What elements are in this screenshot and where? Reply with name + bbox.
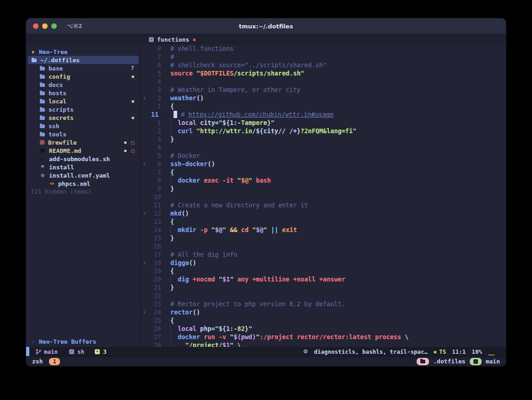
code-line[interactable]: ∨18digga() bbox=[141, 259, 506, 267]
tree-item-add-submodules.sh[interactable]: ›add-submodules.sh bbox=[26, 155, 141, 163]
fold-chevron-icon[interactable]: ∨ bbox=[141, 160, 148, 168]
code-line[interactable]: 8# shell functions bbox=[141, 44, 506, 53]
folder-icon bbox=[40, 92, 45, 95]
code-line[interactable]: 9} bbox=[141, 184, 506, 193]
fold-column bbox=[141, 61, 148, 69]
code-line[interactable]: 5# Docker bbox=[141, 151, 506, 160]
tree-item-secrets[interactable]: secrets● bbox=[26, 114, 141, 122]
tree-item-scripts[interactable]: scripts bbox=[26, 105, 141, 114]
tree-item-ssh[interactable]: ssh bbox=[26, 122, 141, 130]
tree-item-hosts[interactable]: hosts bbox=[26, 89, 141, 97]
fold-chevron-icon[interactable]: ∨ bbox=[141, 259, 148, 267]
code-line[interactable]: 14▏ mkdir -p "$@" && cd "$@" || exit bbox=[141, 226, 506, 234]
line-number: 10 bbox=[148, 193, 161, 201]
code-line[interactable]: ∨24rector() bbox=[141, 308, 506, 316]
fold-chevron-icon[interactable]: ∨ bbox=[141, 209, 148, 217]
code-line[interactable]: 20▏ dig +nocmd "$1" any +multiline +noal… bbox=[141, 275, 506, 283]
line-number: 17 bbox=[148, 250, 161, 259]
git-status-badge: ● bbox=[124, 148, 126, 153]
tree-item-label: config bbox=[49, 73, 70, 80]
code-line[interactable]: 10 bbox=[141, 193, 506, 201]
tree-item-label: README.md bbox=[49, 147, 81, 154]
fold-chevron-icon[interactable]: ∨ bbox=[141, 94, 148, 102]
tree-item-local[interactable]: local● bbox=[26, 97, 141, 105]
close-window-button[interactable] bbox=[33, 23, 38, 29]
tmux-window-index-badge[interactable]: 1 bbox=[49, 358, 60, 365]
code-line[interactable]: 19{ bbox=[141, 267, 506, 275]
tree-item-base[interactable]: base? bbox=[26, 64, 141, 72]
star-icon: * bbox=[40, 164, 45, 170]
code-line[interactable]: 5source "$DOTFILES/scripts/shared.sh" bbox=[141, 69, 506, 77]
code-line[interactable]: 23# Rector project to php version 8.2 by… bbox=[141, 300, 506, 308]
code-line[interactable]: ∨2weather() bbox=[141, 94, 506, 102]
open-folder-icon bbox=[32, 59, 37, 62]
tree-item-brewfile[interactable]: Brewfile●□ bbox=[26, 138, 141, 146]
neo-tree-header[interactable]: ∨ Neo-Tree bbox=[26, 48, 141, 56]
indent-guide: ▏ bbox=[170, 127, 178, 135]
code-line[interactable]: ∨6ssh-docker() bbox=[141, 160, 506, 168]
git-badge: › bbox=[470, 358, 482, 365]
fold-column bbox=[141, 143, 148, 151]
line-number: 16 bbox=[148, 242, 161, 250]
editor[interactable]: 8# shell functions7#6# shellcheck source… bbox=[141, 44, 506, 347]
code-line[interactable]: 28▏ "/project/$1" \ bbox=[141, 341, 506, 347]
tmux-session-name[interactable]: zsh bbox=[32, 358, 43, 365]
tab-functions[interactable]: › functions × bbox=[149, 36, 196, 43]
code-line[interactable]: 26▏ local php="${1:-82}" bbox=[141, 324, 506, 333]
tree-item-tools[interactable]: tools bbox=[26, 130, 141, 138]
code-text: weather() bbox=[161, 94, 204, 102]
code-line[interactable]: ∨12mkd() bbox=[141, 209, 506, 217]
line-number: 2 bbox=[148, 94, 161, 102]
terminal-icon: › bbox=[473, 359, 478, 364]
tree-item-install[interactable]: *install bbox=[26, 163, 141, 171]
code-line[interactable]: 3# Weather in Tampere, or other city bbox=[141, 86, 506, 94]
scroll-progress: 10% bbox=[472, 348, 482, 355]
code-line[interactable]: 27▏ docker run -v "$(pwd)":/project rect… bbox=[141, 333, 506, 341]
code-line[interactable]: 15} bbox=[141, 234, 506, 242]
zoom-window-button[interactable] bbox=[51, 23, 57, 29]
tree-item-install.conf.yaml[interactable]: ⚙install.conf.yaml bbox=[26, 171, 141, 179]
code-line[interactable]: 6# shellcheck source="../scripts/shared.… bbox=[141, 61, 506, 69]
code-line[interactable]: 1{ bbox=[141, 102, 506, 110]
code-line[interactable]: 13{ bbox=[141, 217, 506, 226]
tree-item-docs[interactable]: docs bbox=[26, 81, 141, 89]
code-line[interactable]: 17# All the dig info bbox=[141, 250, 506, 259]
code-line[interactable]: 16 bbox=[141, 242, 506, 250]
folder-icon bbox=[40, 67, 45, 70]
line-number: 23 bbox=[148, 300, 161, 308]
code-line[interactable]: 4 bbox=[141, 143, 506, 151]
tree-item-readme.md[interactable]: MREADME.md●□ bbox=[26, 146, 141, 155]
tree-item-label: scripts bbox=[49, 106, 74, 113]
fold-column bbox=[141, 341, 148, 347]
window-title: tmux:~/.dotfiles bbox=[26, 23, 506, 30]
code-line[interactable]: 8▏ docker exec -it "$@" bash bbox=[141, 176, 506, 184]
neo-tree-buffers-header[interactable]: › Neo-Tree Buffers bbox=[26, 337, 141, 346]
code-line[interactable]: 22 bbox=[141, 292, 506, 300]
fold-column bbox=[141, 201, 148, 209]
code-line[interactable]: 25{ bbox=[141, 316, 506, 324]
fold-chevron-icon[interactable]: ∨ bbox=[141, 308, 148, 316]
code-line[interactable]: 11# Create a new directory and enter it bbox=[141, 201, 506, 209]
branch-name: main bbox=[44, 348, 58, 355]
tree-item-config[interactable]: config● bbox=[26, 72, 141, 81]
code-text: ▏ docker run -v "$(pwd)":/project rector… bbox=[161, 333, 408, 341]
tree-item-phpcs.xml[interactable]: <>phpcs.xml bbox=[26, 179, 141, 188]
code-line[interactable]: 7# bbox=[141, 53, 506, 61]
tree-item-root[interactable]: ~/.dotfiles bbox=[28, 56, 139, 64]
code-line[interactable]: 3} bbox=[141, 135, 506, 143]
code-line[interactable]: 4 bbox=[141, 77, 506, 86]
treesitter-segment: ◉ TS bbox=[434, 348, 446, 355]
code-text bbox=[161, 143, 170, 151]
filetype-segment: › sh bbox=[69, 348, 84, 355]
code-line[interactable]: 1▏ local city="${1:-Tampere}" bbox=[141, 119, 506, 127]
code-line[interactable]: 21} bbox=[141, 283, 506, 292]
tree-item-label: add-submodules.sh bbox=[49, 156, 110, 162]
code-line[interactable]: 7{ bbox=[141, 168, 506, 176]
code-text: rector() bbox=[161, 308, 200, 316]
code-line[interactable]: 2▏ curl "http://wttr.in/${city// /+}?2nF… bbox=[141, 127, 506, 135]
marks-indicator: __ bbox=[488, 348, 494, 355]
code-text: ▏ docker exec -it "$@" bash bbox=[161, 176, 271, 184]
minimize-window-button[interactable] bbox=[42, 23, 48, 29]
code-line[interactable]: 11 # https://github.com/chubin/wttr.in#u… bbox=[141, 110, 506, 119]
close-icon[interactable]: × bbox=[192, 36, 196, 43]
